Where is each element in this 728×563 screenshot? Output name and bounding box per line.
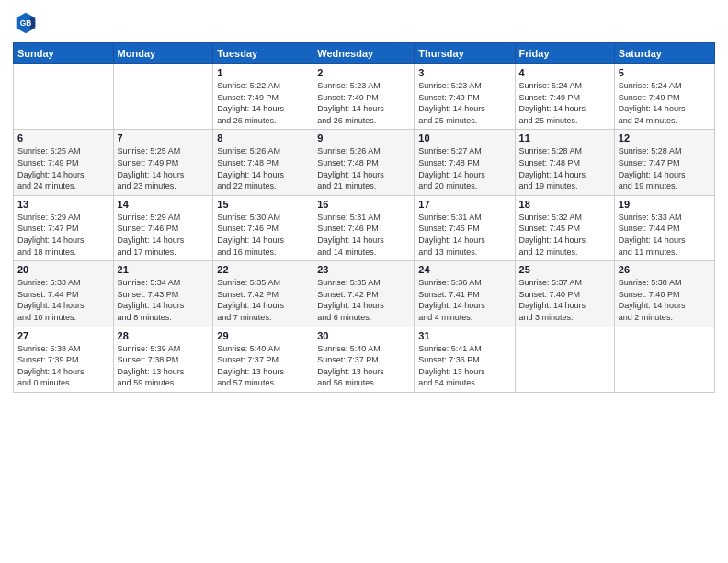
day-number: 24: [418, 264, 510, 275]
day-detail: Sunrise: 5:32 AM Sunset: 7:45 PM Dayligh…: [519, 212, 610, 258]
day-number: 16: [317, 199, 410, 210]
calendar-cell: 3Sunrise: 5:23 AM Sunset: 7:49 PM Daylig…: [415, 64, 515, 130]
day-detail: Sunrise: 5:29 AM Sunset: 7:46 PM Dayligh…: [118, 212, 210, 258]
day-number: 11: [519, 132, 610, 144]
week-row-4: 27Sunrise: 5:38 AM Sunset: 7:39 PM Dayli…: [14, 327, 715, 392]
calendar-cell: 6Sunrise: 5:25 AM Sunset: 7:49 PM Daylig…: [14, 130, 114, 195]
calendar-cell: 5Sunrise: 5:24 AM Sunset: 7:49 PM Daylig…: [614, 64, 714, 130]
header-tuesday: Tuesday: [213, 43, 313, 64]
day-number: 21: [118, 264, 210, 275]
calendar-cell: 23Sunrise: 5:35 AM Sunset: 7:42 PM Dayli…: [313, 261, 415, 327]
day-detail: Sunrise: 5:28 AM Sunset: 7:47 PM Dayligh…: [619, 145, 711, 191]
day-detail: Sunrise: 5:26 AM Sunset: 7:48 PM Dayligh…: [217, 145, 309, 191]
calendar-header: SundayMondayTuesdayWednesdayThursdayFrid…: [14, 43, 715, 64]
calendar-cell: 11Sunrise: 5:28 AM Sunset: 7:48 PM Dayli…: [515, 130, 614, 195]
calendar-cell: [614, 327, 714, 392]
day-number: 29: [217, 330, 309, 341]
calendar-body: 1Sunrise: 5:22 AM Sunset: 7:49 PM Daylig…: [14, 64, 715, 393]
day-number: 13: [17, 199, 109, 210]
day-detail: Sunrise: 5:35 AM Sunset: 7:42 PM Dayligh…: [317, 277, 410, 323]
day-number: 22: [217, 264, 309, 275]
day-detail: Sunrise: 5:28 AM Sunset: 7:48 PM Dayligh…: [519, 145, 610, 191]
calendar-cell: 13Sunrise: 5:29 AM Sunset: 7:47 PM Dayli…: [14, 195, 114, 260]
logo-icon: GB: [13, 9, 39, 35]
header-wednesday: Wednesday: [313, 43, 415, 64]
header-friday: Friday: [515, 43, 614, 64]
day-detail: Sunrise: 5:27 AM Sunset: 7:48 PM Dayligh…: [418, 145, 510, 191]
calendar-cell: 15Sunrise: 5:30 AM Sunset: 7:46 PM Dayli…: [213, 195, 313, 260]
day-detail: Sunrise: 5:41 AM Sunset: 7:36 PM Dayligh…: [418, 343, 510, 389]
calendar-cell: 26Sunrise: 5:38 AM Sunset: 7:40 PM Dayli…: [614, 261, 714, 327]
day-number: 31: [418, 330, 510, 341]
day-detail: Sunrise: 5:39 AM Sunset: 7:38 PM Dayligh…: [118, 343, 210, 389]
calendar-cell: [14, 64, 114, 130]
day-number: 15: [217, 199, 309, 210]
calendar-cell: 17Sunrise: 5:31 AM Sunset: 7:45 PM Dayli…: [415, 195, 515, 260]
day-number: 5: [619, 67, 711, 78]
day-number: 9: [317, 132, 410, 144]
calendar-cell: 12Sunrise: 5:28 AM Sunset: 7:47 PM Dayli…: [614, 130, 714, 195]
calendar-cell: 25Sunrise: 5:37 AM Sunset: 7:40 PM Dayli…: [515, 261, 614, 327]
calendar-table: SundayMondayTuesdayWednesdayThursdayFrid…: [13, 42, 715, 393]
day-number: 25: [519, 264, 610, 275]
page: GB SundayMondayTuesdayWednesdayThursdayF…: [0, 0, 728, 563]
header-sunday: Sunday: [14, 43, 114, 64]
day-detail: Sunrise: 5:38 AM Sunset: 7:39 PM Dayligh…: [17, 343, 109, 389]
day-detail: Sunrise: 5:29 AM Sunset: 7:47 PM Dayligh…: [17, 212, 109, 258]
day-number: 10: [418, 132, 510, 144]
header-monday: Monday: [113, 43, 213, 64]
day-number: 8: [217, 132, 309, 144]
calendar-cell: 30Sunrise: 5:40 AM Sunset: 7:37 PM Dayli…: [313, 327, 415, 392]
day-number: 30: [317, 330, 410, 341]
day-detail: Sunrise: 5:36 AM Sunset: 7:41 PM Dayligh…: [418, 277, 510, 323]
day-number: 3: [418, 67, 510, 78]
calendar-cell: 16Sunrise: 5:31 AM Sunset: 7:46 PM Dayli…: [313, 195, 415, 260]
day-number: 27: [17, 330, 109, 341]
day-number: 4: [519, 67, 610, 78]
calendar-cell: 1Sunrise: 5:22 AM Sunset: 7:49 PM Daylig…: [213, 64, 313, 130]
day-number: 20: [17, 264, 109, 275]
day-number: 23: [317, 264, 410, 275]
calendar-cell: 8Sunrise: 5:26 AM Sunset: 7:48 PM Daylig…: [213, 130, 313, 195]
header: GB: [13, 9, 715, 35]
day-detail: Sunrise: 5:33 AM Sunset: 7:44 PM Dayligh…: [619, 212, 711, 258]
calendar-cell: 7Sunrise: 5:25 AM Sunset: 7:49 PM Daylig…: [113, 130, 213, 195]
day-number: 7: [118, 132, 210, 144]
calendar-cell: 19Sunrise: 5:33 AM Sunset: 7:44 PM Dayli…: [614, 195, 714, 260]
week-row-2: 13Sunrise: 5:29 AM Sunset: 7:47 PM Dayli…: [14, 195, 715, 260]
calendar-cell: 14Sunrise: 5:29 AM Sunset: 7:46 PM Dayli…: [113, 195, 213, 260]
day-detail: Sunrise: 5:25 AM Sunset: 7:49 PM Dayligh…: [17, 145, 109, 191]
day-detail: Sunrise: 5:23 AM Sunset: 7:49 PM Dayligh…: [418, 80, 510, 126]
day-detail: Sunrise: 5:35 AM Sunset: 7:42 PM Dayligh…: [217, 277, 309, 323]
day-detail: Sunrise: 5:34 AM Sunset: 7:43 PM Dayligh…: [118, 277, 210, 323]
week-row-3: 20Sunrise: 5:33 AM Sunset: 7:44 PM Dayli…: [14, 261, 715, 327]
calendar-cell: 27Sunrise: 5:38 AM Sunset: 7:39 PM Dayli…: [14, 327, 114, 392]
day-number: 18: [519, 199, 610, 210]
logo: GB: [13, 9, 42, 35]
calendar-cell: 4Sunrise: 5:24 AM Sunset: 7:49 PM Daylig…: [515, 64, 614, 130]
calendar-cell: 2Sunrise: 5:23 AM Sunset: 7:49 PM Daylig…: [313, 64, 415, 130]
day-number: 2: [317, 67, 410, 78]
calendar-cell: 21Sunrise: 5:34 AM Sunset: 7:43 PM Dayli…: [113, 261, 213, 327]
calendar-cell: 20Sunrise: 5:33 AM Sunset: 7:44 PM Dayli…: [14, 261, 114, 327]
day-number: 26: [619, 264, 711, 275]
day-detail: Sunrise: 5:33 AM Sunset: 7:44 PM Dayligh…: [17, 277, 109, 323]
day-detail: Sunrise: 5:38 AM Sunset: 7:40 PM Dayligh…: [619, 277, 711, 323]
day-number: 28: [118, 330, 210, 341]
day-detail: Sunrise: 5:22 AM Sunset: 7:49 PM Dayligh…: [217, 80, 309, 126]
header-row: SundayMondayTuesdayWednesdayThursdayFrid…: [14, 43, 715, 64]
day-number: 17: [418, 199, 510, 210]
day-number: 19: [619, 199, 711, 210]
day-number: 14: [118, 199, 210, 210]
day-detail: Sunrise: 5:24 AM Sunset: 7:49 PM Dayligh…: [519, 80, 610, 126]
day-detail: Sunrise: 5:37 AM Sunset: 7:40 PM Dayligh…: [519, 277, 610, 323]
day-number: 6: [17, 132, 109, 144]
day-detail: Sunrise: 5:25 AM Sunset: 7:49 PM Dayligh…: [118, 145, 210, 191]
calendar-cell: 22Sunrise: 5:35 AM Sunset: 7:42 PM Dayli…: [213, 261, 313, 327]
day-detail: Sunrise: 5:40 AM Sunset: 7:37 PM Dayligh…: [317, 343, 410, 389]
day-number: 12: [619, 132, 711, 144]
calendar-cell: 28Sunrise: 5:39 AM Sunset: 7:38 PM Dayli…: [113, 327, 213, 392]
calendar-cell: 31Sunrise: 5:41 AM Sunset: 7:36 PM Dayli…: [415, 327, 515, 392]
day-detail: Sunrise: 5:23 AM Sunset: 7:49 PM Dayligh…: [317, 80, 410, 126]
svg-text:GB: GB: [20, 18, 32, 28]
